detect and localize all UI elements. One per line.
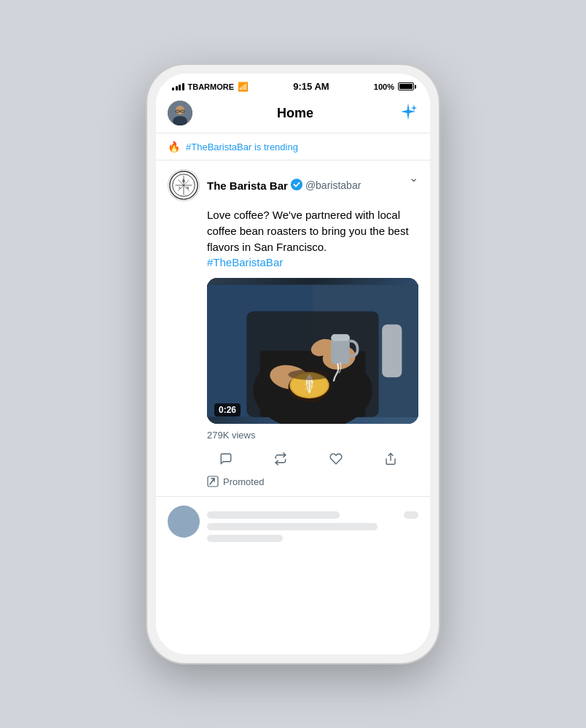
share-button[interactable] (364, 448, 419, 470)
author-name-row: The Barista Bar @baristabar (207, 179, 361, 193)
tweet-author-avatar[interactable]: B A R (168, 169, 200, 201)
svg-rect-39 (382, 325, 402, 378)
promoted-row: Promoted (207, 476, 418, 487)
tweet-body: Love coffee? We've partnered with local … (207, 209, 409, 253)
battery-percent: 100% (374, 82, 394, 91)
page-title: Home (277, 106, 313, 121)
retweet-button[interactable] (254, 448, 309, 470)
chevron-down-icon[interactable]: ⌄ (409, 171, 418, 185)
tweet-image-bg (207, 278, 418, 424)
status-left: TBARMORE 📶 (172, 82, 249, 92)
flame-icon: 🔥 (168, 141, 180, 152)
tweet-hashtag[interactable]: #TheBaristaBar (207, 256, 283, 268)
user-avatar[interactable] (168, 101, 192, 125)
svg-point-36 (288, 369, 330, 380)
svg-rect-41 (208, 476, 218, 487)
tweet-author-info: The Barista Bar @baristabar (207, 179, 361, 193)
tweet-actions (198, 448, 418, 470)
tweet-header: B A R The B (168, 169, 418, 201)
svg-text:A: A (179, 186, 181, 190)
tweet-text: Love coffee? We've partnered with local … (207, 207, 418, 271)
carrier-name: TBARMORE (188, 82, 235, 91)
preview-dots (404, 511, 418, 519)
preview-avatar (168, 506, 200, 538)
author-name: The Barista Bar (207, 179, 288, 192)
trending-bar[interactable]: 🔥 #TheBaristaBar is trending (156, 133, 430, 160)
svg-rect-38 (331, 334, 349, 341)
phone-screen: TBARMORE 📶 9:15 AM 100% (156, 74, 430, 654)
status-bar: TBARMORE 📶 9:15 AM 100% (156, 74, 430, 95)
tweet-feed: 🔥 #TheBaristaBar is trending (156, 133, 430, 654)
svg-line-42 (210, 479, 214, 484)
trending-hashtag: #TheBaristaBar (186, 142, 251, 152)
like-button[interactable] (308, 448, 364, 470)
wifi-icon: 📶 (238, 82, 249, 92)
promoted-icon (207, 476, 219, 487)
status-time: 9:15 AM (293, 81, 329, 92)
svg-text:R: R (187, 186, 190, 190)
preview-line-3 (207, 535, 283, 542)
signal-bars-icon (172, 83, 184, 90)
tweet-author-row: B A R The B (168, 169, 361, 201)
sparkle-icon[interactable] (398, 101, 418, 125)
preview-line-2 (207, 523, 378, 530)
avatar-image (168, 101, 192, 125)
video-duration: 0:26 (214, 403, 241, 417)
battery-icon (398, 82, 414, 90)
twitter-header: Home (156, 95, 430, 133)
preview-line-1 (207, 511, 340, 519)
reply-button[interactable] (198, 448, 254, 470)
preview-content (207, 506, 396, 542)
next-tweet-preview (156, 497, 430, 551)
battery-fill (399, 84, 413, 89)
tweet-card: B A R The B (156, 160, 430, 497)
views-count: 279K views (207, 430, 418, 441)
author-handle: @baristabar (305, 179, 361, 191)
promoted-label: Promoted (223, 476, 264, 487)
phone-frame: TBARMORE 📶 9:15 AM 100% (147, 65, 439, 663)
status-right: 100% (374, 82, 414, 91)
svg-point-17 (291, 179, 302, 190)
trending-text: #TheBaristaBar is trending (186, 142, 298, 152)
tweet-image[interactable]: 0:26 (207, 278, 418, 424)
verified-badge-icon (291, 179, 302, 193)
